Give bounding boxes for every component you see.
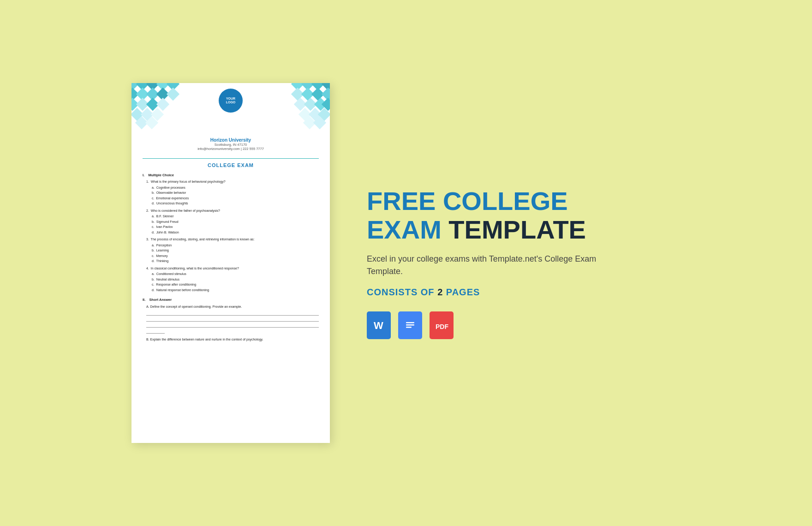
title-free: FREE COLLEGE bbox=[367, 186, 568, 215]
q4-option-b: b. Neutral stimulus bbox=[152, 277, 319, 282]
q3-text: 3. The process of encoding, storing, and… bbox=[146, 237, 319, 242]
q1-option-c: c. Emotional experiences bbox=[152, 196, 319, 201]
q3-option-b: b. Learning bbox=[152, 248, 319, 253]
doc-header: YOUR LOGO bbox=[131, 83, 330, 134]
answer-line-3 bbox=[146, 323, 319, 328]
svg-text:W: W bbox=[374, 320, 383, 331]
section1-heading: I. Multiple Choice bbox=[143, 173, 319, 178]
answer-line-1 bbox=[146, 311, 319, 316]
svg-rect-13 bbox=[156, 98, 169, 111]
svg-rect-30 bbox=[322, 98, 330, 111]
svg-rect-9 bbox=[167, 88, 179, 101]
university-info: Horizon University Scottsburg, IN 47170 … bbox=[131, 137, 330, 156]
svg-text:PDF: PDF bbox=[436, 323, 448, 330]
svg-rect-42 bbox=[406, 327, 412, 328]
file-icons: W PDF bbox=[367, 311, 681, 339]
title-line2: EXAM TEMPLATE bbox=[367, 215, 681, 244]
section1-label: I. bbox=[143, 173, 144, 177]
section2-heading: II. Short Answer bbox=[143, 297, 319, 302]
main-title: FREE COLLEGE EXAM TEMPLATE bbox=[367, 187, 681, 244]
q2-option-c: c. Ivan Pavlov bbox=[152, 225, 319, 230]
q4-text: 4. In classical conditioning, what is th… bbox=[146, 266, 319, 271]
q4-option-a: a. Conditioned stimulus bbox=[152, 272, 319, 277]
svg-rect-40 bbox=[406, 322, 414, 323]
main-container: YOUR LOGO Horizon University Scottsburg,… bbox=[0, 0, 812, 526]
sa-b-text: B. Explain the difference between nature… bbox=[146, 337, 319, 342]
university-contact: info@horizonuniversity.com | 222 555 777… bbox=[131, 147, 330, 151]
university-city: Scottsburg, IN 47170 bbox=[131, 143, 330, 147]
doc-divider bbox=[143, 158, 319, 159]
q2-option-a: a. B.F. Skinner bbox=[152, 214, 319, 219]
doc-exam-title: COLLEGE EXAM bbox=[131, 162, 330, 168]
q3-option-d: d. Thinking bbox=[152, 259, 319, 264]
logo-line2: LOGO bbox=[226, 101, 236, 104]
q1-text: 1. What is the primary focus of behavior… bbox=[146, 179, 319, 185]
q3-option-c: c. Memory bbox=[152, 254, 319, 259]
q2-option-b: b. Sigmund Freud bbox=[152, 220, 319, 225]
word-icon[interactable]: W bbox=[367, 311, 391, 339]
q1-option-a: a. Cognitive processes bbox=[152, 185, 319, 191]
doc-content: I. Multiple Choice 1. What is the primar… bbox=[131, 173, 330, 354]
short-answer-a: A. Define the concept of operant conditi… bbox=[146, 305, 319, 334]
question-2: 2. Who is considered the father of psych… bbox=[146, 209, 319, 235]
university-name: Horizon University bbox=[131, 137, 330, 143]
q2-text: 2. Who is considered the father of psych… bbox=[146, 209, 319, 214]
q3-options: a. Perception b. Learning c. Memory d. T… bbox=[152, 243, 319, 264]
info-panel: FREE COLLEGE EXAM TEMPLATE Excel in your… bbox=[367, 187, 681, 339]
question-1: 1. What is the primary focus of behavior… bbox=[146, 179, 319, 206]
title-line1: FREE COLLEGE bbox=[367, 187, 681, 215]
svg-rect-41 bbox=[406, 324, 414, 326]
q1-options: a. Cognitive processes b. Observable beh… bbox=[152, 185, 319, 206]
docs-icon[interactable] bbox=[398, 311, 422, 339]
q2-option-d: d. John B. Watson bbox=[152, 230, 319, 235]
q3-option-a: a. Perception bbox=[152, 243, 319, 248]
sa-a-text: A. Define the concept of operant conditi… bbox=[146, 305, 319, 310]
logo-line1: YOUR bbox=[226, 97, 235, 101]
section2-title: Short Answer bbox=[149, 298, 172, 302]
q4-option-c: c. Response after conditioning bbox=[152, 282, 319, 287]
q4-option-d: d. Natural response before conditioning bbox=[152, 288, 319, 293]
q2-options: a. B.F. Skinner b. Sigmund Freud c. Ivan… bbox=[152, 214, 319, 235]
section2: II. Short Answer A. Define the concept o… bbox=[143, 297, 319, 342]
question-4: 4. In classical conditioning, what is th… bbox=[146, 266, 319, 293]
document-preview: YOUR LOGO Horizon University Scottsburg,… bbox=[131, 83, 330, 443]
answer-line-4 bbox=[146, 329, 165, 334]
sa-a-lines bbox=[146, 311, 319, 334]
pages-info: CONSISTS OF 2 PAGES bbox=[367, 287, 681, 298]
section2-label: II. bbox=[143, 298, 145, 302]
q1-option-d: d. Unconscious thoughts bbox=[152, 201, 319, 206]
logo-circle: YOUR LOGO bbox=[219, 89, 243, 113]
subtitle: Excel in your college exams with Templat… bbox=[367, 253, 607, 278]
answer-line-2 bbox=[146, 317, 319, 322]
short-answer-b: B. Explain the difference between nature… bbox=[146, 337, 319, 342]
q4-options: a. Conditioned stimulus b. Neutral stimu… bbox=[152, 272, 319, 293]
section1-title: Multiple Choice bbox=[149, 173, 174, 177]
pdf-icon[interactable]: PDF bbox=[430, 311, 454, 339]
q1-option-b: b. Observable behavior bbox=[152, 191, 319, 196]
question-3: 3. The process of encoding, storing, and… bbox=[146, 237, 319, 264]
